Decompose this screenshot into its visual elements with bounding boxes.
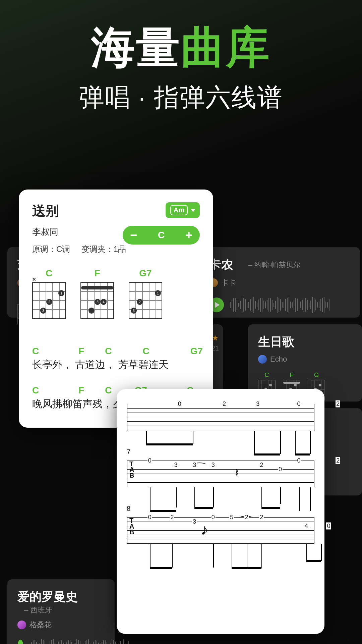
meta-key-label: 原调： xyxy=(32,245,56,254)
transposer: − C + xyxy=(123,226,200,245)
key-badge-value: Am xyxy=(170,205,188,215)
hero-title: 海量曲库 弹唱 · 指弹六线谱 xyxy=(0,0,362,115)
meta-capo-label: 变调夹： xyxy=(81,245,114,254)
hero-word-1: 海量 xyxy=(91,23,181,72)
detail-meta: 原调：C调 变调夹：1品 xyxy=(32,244,200,255)
tab-staff-2: TAB 𝅘𝅥𝅮 023052240 xyxy=(127,517,314,544)
meta-capo-value: 1品 xyxy=(114,245,126,254)
song-card-canon[interactable]: 卡农 – 约翰·帕赫贝尔 卡卡 xyxy=(199,247,360,318)
key-selector[interactable]: Am xyxy=(166,202,200,218)
lyric-line: 长亭外， 古道边， 芳草碧连天 xyxy=(32,358,200,372)
song-card-romance[interactable]: 爱的罗曼史 – 西班牙 格桑花 xyxy=(7,579,115,644)
lyric-row-1: CFCCG7 长亭外， 古道边， 芳草碧连天 xyxy=(32,346,200,372)
author-name: 格桑花 xyxy=(29,620,52,630)
card-author: 卡卡 xyxy=(209,278,350,288)
card-subtitle: – 约翰·帕赫贝尔 xyxy=(248,260,300,270)
avatar xyxy=(258,355,267,364)
hero-subtitle: 弹唱 · 指弹六线谱 xyxy=(0,81,362,115)
tab-staff-1: TAB 𝄽 03332002 xyxy=(127,461,314,487)
waveform[interactable] xyxy=(29,639,129,644)
tab-label-icon: TAB xyxy=(129,518,134,535)
chord-diagram-large: G7123 xyxy=(129,268,162,319)
meta-key-value: C调 xyxy=(56,245,70,254)
tab-notation-card: 02302 7 TAB 𝄽 03332002 8 TAB 𝅘𝅥𝅮 0230522… xyxy=(117,389,324,634)
card-title: 生日歌 xyxy=(258,334,294,350)
chevron-down-icon xyxy=(191,207,195,213)
hero-word-2: 曲库 xyxy=(181,23,271,72)
measure-number: 7 xyxy=(127,448,314,456)
transpose-up-button[interactable]: + xyxy=(185,229,192,241)
chord-diagram-large: F34 xyxy=(80,268,114,319)
transpose-down-button[interactable]: − xyxy=(130,229,137,241)
author-name: 卡卡 xyxy=(221,278,236,288)
chord-line: CFCCG7 xyxy=(32,346,200,357)
waveform[interactable] xyxy=(230,297,350,313)
tab-label-icon: TAB xyxy=(129,461,134,478)
big-chord-row: C✕123F34G7123 xyxy=(32,268,200,319)
card-author: 格桑花 xyxy=(17,620,105,630)
card-title: 爱的罗曼史 xyxy=(17,589,78,605)
audio-preview xyxy=(209,297,350,313)
card-author: Echo xyxy=(258,355,352,364)
chord-diagram-large: C✕123 xyxy=(32,268,66,319)
card-subtitle: – 西班牙 xyxy=(24,605,52,615)
play-button[interactable] xyxy=(17,640,23,644)
tab-staff-0: 02302 xyxy=(127,404,314,431)
avatar xyxy=(17,621,26,629)
transpose-key: C xyxy=(158,230,165,240)
author-name: Echo xyxy=(270,355,287,364)
audio-preview xyxy=(17,639,105,644)
